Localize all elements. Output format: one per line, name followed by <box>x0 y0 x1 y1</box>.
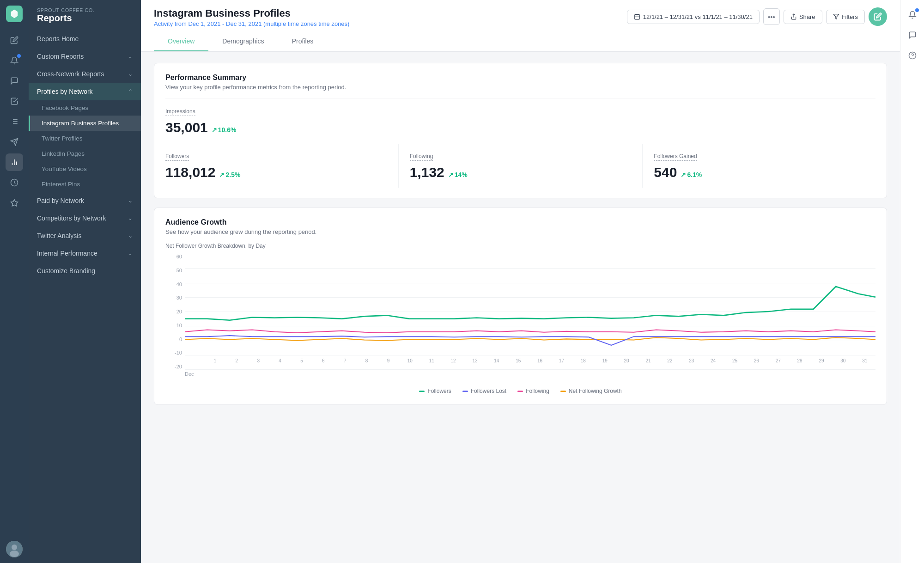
x-26: 26 <box>746 358 767 363</box>
svg-rect-16 <box>635 14 640 19</box>
x-27: 27 <box>767 358 789 363</box>
sidebar-item-twitter-analysis[interactable]: Twitter Analysis ⌄ <box>29 227 141 245</box>
tab-overview[interactable]: Overview <box>154 32 208 51</box>
followers-gained-metric: Followers Gained 540 6.1% <box>643 144 875 188</box>
y-50: 50 <box>165 268 182 273</box>
date-range-picker[interactable]: 12/1/21 – 12/31/21 vs 11/1/21 – 11/30/21 <box>627 10 760 24</box>
sidebar: Sprout Coffee Co. Reports Reports Home C… <box>29 0 141 563</box>
y-30: 30 <box>165 295 182 300</box>
x-28: 28 <box>789 358 811 363</box>
y-20: 20 <box>165 309 182 314</box>
perf-subtitle: View your key profile performance metric… <box>165 84 875 91</box>
tab-demographics[interactable]: Demographics <box>208 32 278 51</box>
net-following-line <box>185 337 875 340</box>
svg-marker-21 <box>833 14 839 19</box>
sidebar-item-custom-reports[interactable]: Custom Reports ⌄ <box>29 48 141 65</box>
sidebar-item-customize-branding[interactable]: Customize Branding <box>29 262 141 280</box>
legend-followers-lost: Followers Lost <box>462 388 506 394</box>
legend-net-following: Net Following Growth <box>560 388 622 394</box>
nav-star[interactable] <box>6 194 23 212</box>
sidebar-item-paid-by-network[interactable]: Paid by Network ⌄ <box>29 192 141 209</box>
followers-gained-label: Followers Gained <box>654 153 697 161</box>
sidebar-item-profiles-by-network[interactable]: Profiles by Network ⌃ <box>29 83 141 100</box>
x-15: 15 <box>507 358 529 363</box>
y-0: 0 <box>165 337 182 342</box>
followers-metric: Followers 118,012 2.5% <box>165 144 399 188</box>
y-40: 40 <box>165 282 182 287</box>
nav-compose[interactable] <box>6 31 23 49</box>
subtitle-end: time zones) <box>317 20 350 27</box>
sidebar-item-internal-performance[interactable]: Internal Performance ⌄ <box>29 245 141 262</box>
nav-analytics[interactable] <box>6 153 23 171</box>
nav-publish[interactable] <box>6 133 23 151</box>
compose-pen-icon <box>874 12 882 21</box>
net-following-legend-dot <box>560 391 566 392</box>
sidebar-brand: Sprout Coffee Co. Reports <box>29 0 141 30</box>
more-options-button[interactable]: ••• <box>763 8 780 25</box>
followers-lost-legend-dot <box>462 391 468 392</box>
sidebar-sub-instagram[interactable]: Instagram Business Profiles <box>29 116 141 131</box>
y-n10: -10 <box>165 350 182 355</box>
sidebar-sub-pinterest[interactable]: Pinterest Pins <box>29 177 141 192</box>
right-rail <box>900 0 924 563</box>
page-header: Instagram Business Profiles Activity fro… <box>141 0 900 52</box>
audience-subtitle: See how your audience grew during the re… <box>165 228 875 235</box>
x-axis-label-dec: Dec <box>185 371 194 377</box>
impressions-value-group: 35,001 10.6% <box>165 120 875 135</box>
followers-line <box>185 287 875 320</box>
nav-tasks[interactable] <box>6 92 23 110</box>
calendar-icon <box>634 13 640 20</box>
chart-inner: 1 2 3 4 5 6 7 8 9 10 11 12 13 14 <box>185 254 875 369</box>
y-10: 10 <box>165 323 182 328</box>
subtitle-link[interactable]: multiple time zones <box>265 20 316 27</box>
main-area: Instagram Business Profiles Activity fro… <box>141 0 900 563</box>
sidebar-sub-facebook[interactable]: Facebook Pages <box>29 100 141 116</box>
sidebar-sub-twitter[interactable]: Twitter Profiles <box>29 131 141 146</box>
user-avatar[interactable] <box>6 541 23 557</box>
avatar-image[interactable] <box>6 541 23 557</box>
sidebar-item-reports-home[interactable]: Reports Home <box>29 30 141 48</box>
x-11: 11 <box>421 358 443 363</box>
tab-profiles[interactable]: Profiles <box>278 32 328 51</box>
filters-button[interactable]: Filters <box>826 10 865 24</box>
date-range-text: 12/1/21 – 12/31/21 vs 11/1/21 – 11/30/21 <box>643 13 753 20</box>
right-bell-icon[interactable] <box>904 6 921 23</box>
header-title-group: Instagram Business Profiles Activity fro… <box>154 7 349 27</box>
sidebar-sub-youtube[interactable]: YouTube Videos <box>29 161 141 177</box>
sidebar-item-competitors[interactable]: Competitors by Network ⌄ <box>29 209 141 227</box>
right-chat-icon[interactable] <box>904 27 921 43</box>
share-button[interactable]: Share <box>784 10 822 24</box>
net-following-legend-label: Net Following Growth <box>569 388 622 394</box>
x-22: 22 <box>659 358 681 363</box>
impressions-number: 35,001 <box>165 120 208 135</box>
x-25: 25 <box>724 358 746 363</box>
x-17: 17 <box>551 358 572 363</box>
chart-svg <box>185 254 875 369</box>
followers-legend-dot <box>419 391 425 392</box>
x-14: 14 <box>486 358 507 363</box>
nav-listening[interactable] <box>6 174 23 191</box>
chart-label: Net Follower Growth Breakdown, by Day <box>165 243 875 249</box>
compose-button[interactable] <box>869 7 887 26</box>
sidebar-sub-linkedin[interactable]: LinkedIn Pages <box>29 146 141 161</box>
following-metric: Following 1,132 14% <box>399 144 643 188</box>
svg-marker-12 <box>11 200 18 206</box>
brand-title: Reports <box>37 13 133 24</box>
reports-home-label: Reports Home <box>37 35 79 43</box>
followers-gained-value-group: 540 6.1% <box>654 165 875 180</box>
nav-content[interactable] <box>6 113 23 130</box>
x-4: 4 <box>269 358 291 363</box>
nav-notifications[interactable] <box>6 52 23 69</box>
bell-badge <box>915 8 919 12</box>
x-7: 7 <box>334 358 356 363</box>
nav-messages[interactable] <box>6 72 23 90</box>
profiles-by-network-chevron: ⌃ <box>128 88 133 95</box>
sidebar-item-cross-network[interactable]: Cross-Network Reports ⌄ <box>29 65 141 83</box>
following-change: 14% <box>448 171 468 178</box>
brand-sub: Sprout Coffee Co. <box>37 7 133 13</box>
app-logo[interactable] <box>6 6 23 22</box>
more-icon: ••• <box>768 13 775 21</box>
right-help-icon[interactable] <box>904 47 921 64</box>
x-3: 3 <box>248 358 269 363</box>
compose-icon[interactable] <box>6 31 23 49</box>
